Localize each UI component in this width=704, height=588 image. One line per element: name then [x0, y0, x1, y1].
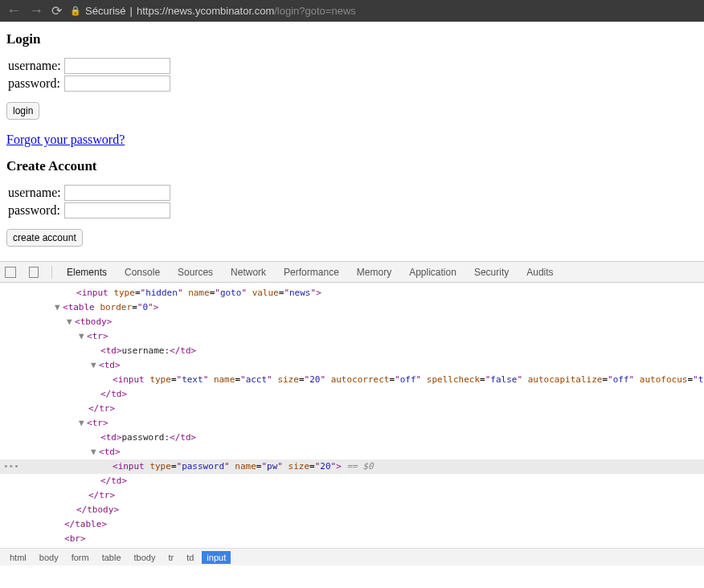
forward-icon[interactable]: →: [29, 2, 43, 19]
breadcrumb-item[interactable]: tbody: [129, 551, 161, 564]
lock-icon: 🔒: [70, 6, 81, 16]
dom-tree-line[interactable]: </table>: [0, 517, 704, 532]
create-password-label: password:: [6, 202, 63, 219]
dom-tree-line[interactable]: ▼<table border="0">: [0, 300, 704, 315]
dom-tree-line[interactable]: ▼<td>: [0, 358, 704, 373]
dom-tree-line[interactable]: </tr>: [0, 402, 704, 416]
devtools-elements-tree[interactable]: <input type="hidden" name="goto" value="…: [0, 283, 704, 548]
dom-tree-line[interactable]: ▼<tr>: [0, 329, 704, 344]
dom-tree-line[interactable]: ▼<td>: [0, 445, 704, 459]
create-heading: Create Account: [6, 158, 698, 174]
create-password-input[interactable]: [64, 202, 170, 218]
expand-arrow-icon[interactable]: ▼: [79, 329, 87, 344]
breadcrumb-item[interactable]: html: [5, 551, 31, 564]
breadcrumb-item[interactable]: form: [67, 551, 94, 564]
create-username-label: username:: [6, 184, 63, 202]
devtools-tab-performance[interactable]: Performance: [282, 267, 341, 278]
inspect-icon[interactable]: [5, 267, 16, 278]
dom-tree-line[interactable]: </td>: [0, 387, 704, 402]
dom-tree-line[interactable]: ▼<tr>: [0, 416, 704, 431]
devtools-breadcrumb: htmlbodyformtabletbodytrtdinput: [0, 548, 704, 566]
devtools-tab-network[interactable]: Network: [229, 267, 268, 278]
ellipsis-icon: •••: [3, 459, 19, 474]
dom-tree-line[interactable]: <td>password:</td>: [0, 431, 704, 445]
breadcrumb-item[interactable]: body: [35, 551, 63, 564]
dom-tree-line[interactable]: <input type="text" name="acct" size="20"…: [0, 373, 704, 387]
devtools-panel: ElementsConsoleSourcesNetworkPerformance…: [0, 261, 704, 566]
dom-tree-line[interactable]: <br>: [0, 532, 704, 546]
page-content: Login username: password: login Forgot y…: [0, 22, 704, 261]
breadcrumb-item[interactable]: input: [202, 551, 231, 564]
login-button[interactable]: login: [6, 102, 39, 120]
divider: |: [130, 5, 133, 17]
dom-tree-line[interactable]: ▼<tbody>: [0, 315, 704, 329]
forgot-password-link[interactable]: Forgot your password?: [6, 133, 125, 147]
devtools-tab-audits[interactable]: Audits: [525, 267, 555, 278]
login-password-label: password:: [6, 75, 63, 92]
dom-tree-line[interactable]: </tbody>: [0, 503, 704, 517]
devtools-tab-console[interactable]: Console: [123, 267, 162, 278]
login-username-label: username:: [6, 57, 63, 75]
expand-arrow-icon[interactable]: ▼: [91, 445, 99, 459]
devtools-tab-security[interactable]: Security: [473, 267, 510, 278]
expand-arrow-icon[interactable]: ▼: [91, 358, 99, 373]
dom-tree-line[interactable]: <td>username:</td>: [0, 344, 704, 358]
dom-tree-line[interactable]: <input type="submit" value="login">: [0, 546, 704, 548]
back-icon[interactable]: ←: [6, 2, 21, 19]
expand-arrow-icon[interactable]: ▼: [55, 300, 63, 315]
devtools-tab-elements[interactable]: Elements: [65, 267, 108, 278]
address-bar[interactable]: 🔒 Sécurisé | https://news.ycombinator.co…: [70, 5, 356, 17]
reload-icon[interactable]: ⟳: [51, 3, 62, 18]
dom-tree-line[interactable]: •••<input type="password" name="pw" size…: [0, 459, 704, 474]
expand-arrow-icon[interactable]: ▼: [79, 416, 87, 431]
expand-arrow-icon[interactable]: ▼: [67, 315, 75, 329]
login-password-input[interactable]: [64, 76, 170, 92]
create-username-input[interactable]: [64, 185, 170, 201]
devtools-tab-memory[interactable]: Memory: [355, 267, 393, 278]
breadcrumb-item[interactable]: td: [182, 551, 199, 564]
login-heading: Login: [6, 31, 698, 47]
create-account-button[interactable]: create account: [6, 229, 83, 247]
login-username-input[interactable]: [64, 58, 170, 74]
browser-toolbar: ← → ⟳ 🔒 Sécurisé | https://news.ycombina…: [0, 0, 704, 22]
devtools-tabbar: ElementsConsoleSourcesNetworkPerformance…: [0, 262, 704, 283]
secure-label: Sécurisé: [85, 5, 126, 17]
dom-tree-line[interactable]: </td>: [0, 474, 704, 488]
dom-tree-line[interactable]: </tr>: [0, 488, 704, 503]
dom-tree-line[interactable]: <input type="hidden" name="goto" value="…: [0, 286, 704, 300]
create-form: username: password:: [6, 184, 172, 219]
breadcrumb-item[interactable]: tr: [163, 551, 178, 564]
devtools-tab-application[interactable]: Application: [407, 267, 458, 278]
breadcrumb-item[interactable]: table: [97, 551, 126, 564]
devtools-tab-sources[interactable]: Sources: [176, 267, 215, 278]
login-form: username: password:: [6, 57, 172, 92]
url-text: https://news.ycombinator.com/login?goto=…: [137, 5, 356, 17]
device-toggle-icon[interactable]: [29, 267, 39, 278]
